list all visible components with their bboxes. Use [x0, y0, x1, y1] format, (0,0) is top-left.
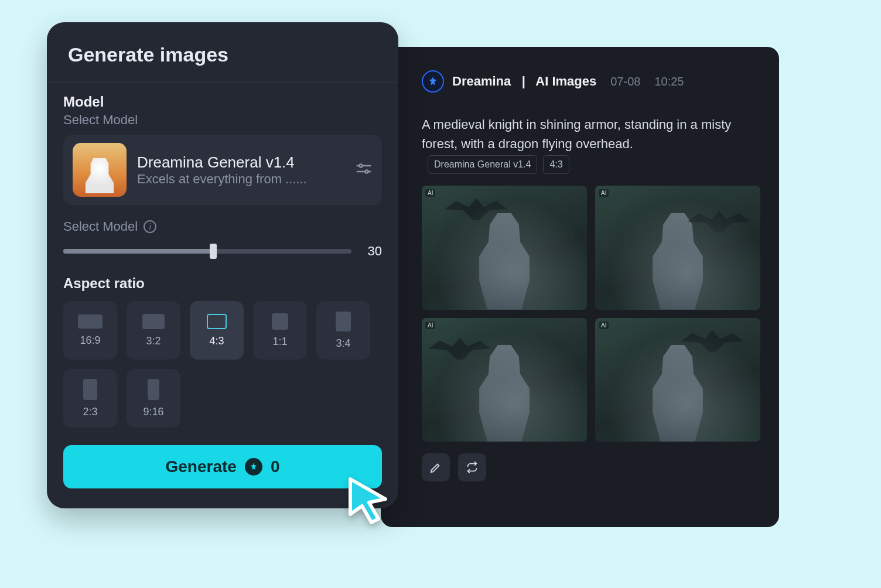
- strength-slider[interactable]: [63, 249, 351, 254]
- aspect-option-3-2[interactable]: 3:2: [127, 301, 180, 360]
- generate-button[interactable]: Generate 0: [63, 445, 382, 488]
- aspect-shape-icon: [207, 314, 227, 329]
- post-source: Dreamina: [452, 74, 511, 88]
- aspect-shape-icon: [83, 379, 97, 400]
- generate-label: Generate: [166, 457, 237, 476]
- aspect-label: 9:16: [143, 406, 163, 418]
- model-selector[interactable]: Dreamina General v1.4 Excels at everythi…: [63, 135, 382, 205]
- panel-title: Generate images: [47, 22, 398, 83]
- post-category: AI Images: [535, 74, 596, 88]
- generate-cost: 0: [271, 457, 280, 476]
- aspect-option-9-16[interactable]: 9:16: [127, 369, 180, 428]
- edit-button[interactable]: [422, 453, 450, 481]
- result-image[interactable]: AI: [595, 186, 760, 310]
- slider-label: Select Model i: [63, 219, 382, 234]
- separator: |: [514, 74, 532, 88]
- ai-badge: AI: [425, 189, 435, 197]
- aspect-option-1-1[interactable]: 1:1: [253, 301, 307, 360]
- cursor-icon: [346, 476, 392, 526]
- model-name: Dreamina General v1.4: [137, 153, 344, 172]
- result-image[interactable]: AI: [595, 318, 760, 442]
- post-header: Dreamina | AI Images 07-08 10:25: [422, 70, 760, 93]
- ratio-chip[interactable]: 4:3: [543, 155, 569, 174]
- post-time: 10:25: [654, 75, 684, 88]
- sparkle-icon: [245, 458, 262, 476]
- aspect-option-2-3[interactable]: 2:3: [63, 369, 117, 428]
- result-image[interactable]: AI: [422, 186, 587, 310]
- prompt-value: A medieval knight in shining armor, stan…: [422, 117, 731, 151]
- aspect-label: 3:4: [336, 337, 350, 350]
- result-image[interactable]: AI: [422, 318, 587, 442]
- ai-badge: AI: [599, 189, 609, 197]
- aspect-label: 3:2: [146, 335, 161, 347]
- aspect-label: 2:3: [83, 406, 97, 418]
- model-description: Excels at everything from ......: [137, 172, 344, 187]
- aspect-option-4-3[interactable]: 4:3: [190, 301, 244, 360]
- aspect-shape-icon: [272, 313, 288, 330]
- select-model-label: Select Model: [63, 112, 382, 128]
- model-section-label: Model: [63, 94, 382, 110]
- generate-settings-panel: Generate images Model Select Model Dream…: [47, 22, 398, 508]
- slider-label-text: Select Model: [63, 219, 138, 234]
- aspect-section-label: Aspect ratio: [63, 275, 382, 292]
- aspect-option-16-9[interactable]: 16:9: [63, 301, 117, 360]
- aspect-label: 1:1: [272, 336, 287, 348]
- ai-badge: AI: [599, 322, 609, 329]
- prompt-text: A medieval knight in shining armor, stan…: [422, 115, 760, 174]
- aspect-shape-icon: [148, 379, 159, 400]
- slider-handle[interactable]: [210, 244, 217, 259]
- aspect-shape-icon: [142, 314, 165, 329]
- result-actions: [422, 453, 760, 481]
- generation-result-panel: Dreamina | AI Images 07-08 10:25 A medie…: [381, 47, 779, 527]
- model-thumbnail: [73, 143, 127, 197]
- regenerate-button[interactable]: [458, 453, 486, 481]
- aspect-label: 4:3: [209, 335, 224, 347]
- info-icon[interactable]: i: [144, 220, 156, 233]
- results-grid: AI AI AI AI: [422, 186, 760, 442]
- model-chip[interactable]: Dreamina General v1.4: [428, 155, 537, 174]
- slider-value: 30: [368, 244, 382, 259]
- aspect-shape-icon: [78, 314, 103, 329]
- aspect-label: 16:9: [80, 334, 100, 347]
- ai-badge: AI: [425, 322, 435, 329]
- post-source-line: Dreamina | AI Images: [452, 74, 596, 89]
- sparkle-icon: [422, 70, 444, 93]
- aspect-shape-icon: [336, 312, 351, 331]
- sliders-icon[interactable]: [355, 160, 373, 180]
- aspect-ratio-grid: 16:93:24:31:13:42:39:16: [63, 301, 382, 428]
- aspect-option-3-4[interactable]: 3:4: [316, 301, 370, 360]
- post-date: 07-08: [610, 75, 640, 88]
